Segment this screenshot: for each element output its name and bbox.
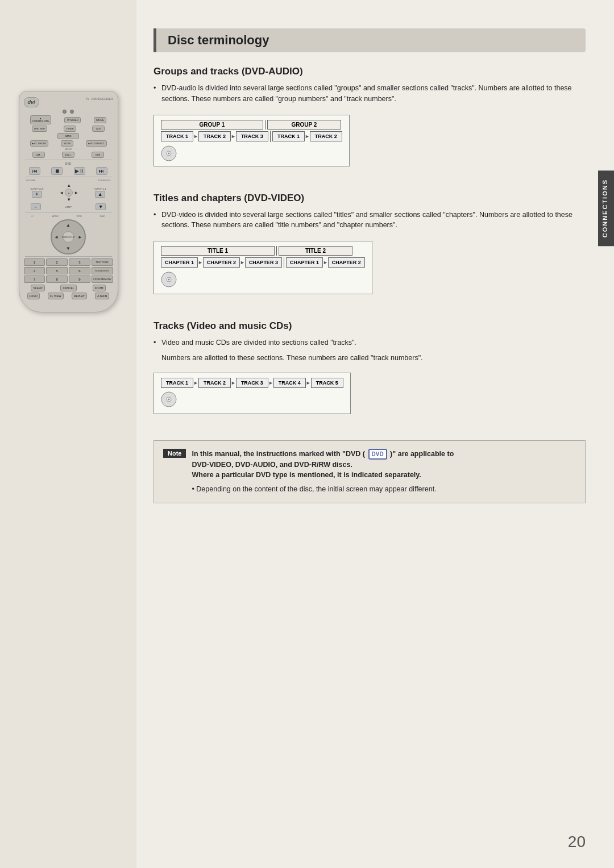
disc-skip-btn[interactable]: DISC SKIP (32, 126, 48, 132)
next-btn[interactable]: ⏭ (96, 167, 107, 175)
left-sidebar: dvi TV DVD RECEIVER ▲ OPEN/CLOSE TV/VIDE… (0, 0, 136, 868)
tv-video-btn[interactable]: TV/VIDEO (64, 117, 81, 123)
g1-track3: TRACK 3 (236, 131, 268, 141)
svg-point-5 (168, 279, 170, 281)
a-main-btn[interactable]: A.MAIN (95, 293, 109, 299)
prev-btn[interactable]: ⏮ (29, 167, 40, 175)
band-btn[interactable]: BAND (57, 133, 79, 139)
disc-icon-1 (161, 145, 177, 161)
menu-btn[interactable]: MENU (52, 215, 59, 218)
svg-point-2 (168, 152, 170, 154)
indicator-dot-1 (63, 110, 67, 114)
num-8-btn[interactable]: 8 (46, 276, 68, 283)
cd-track4: TRACK 4 (273, 378, 306, 388)
titles-chapters-bullet: DVD-video is divided into several large … (154, 210, 586, 231)
remote-logo: dvi (24, 97, 39, 107)
tracks-cd-diagram: TRACK 1 ► TRACK 2 ► TRACK 3 ► TRACK 4 ► … (154, 373, 351, 414)
dvd-section-label: DVD (24, 162, 113, 165)
titles-chapters-diagram: TITLE 1 TITLE 2 CHAPTER 1 ► CHAPTER 2 ► … (154, 241, 372, 294)
group2-header: GROUP 2 (267, 120, 341, 130)
num-5-btn[interactable]: 5 (46, 267, 68, 274)
nrs-btn[interactable]: NRS (92, 152, 104, 158)
groups-tracks-bullet: DVD-audio is divided into several large … (154, 83, 586, 105)
stop-btn[interactable]: ⏹ (51, 167, 63, 175)
15m-minus-btn[interactable]: 15M - (32, 152, 45, 158)
logo-btn[interactable]: LOGO (27, 293, 40, 299)
sleep-btn[interactable]: SLEEP (31, 285, 44, 291)
tuning-minus-btn[interactable]: ▼ (96, 203, 106, 210)
groups-tracks-heading: Groups and tracks (DVD-AUDIO) (154, 66, 586, 77)
vol-plus-btn[interactable]: + (32, 191, 42, 198)
main-content: Disc terminology Groups and tracks (DVD-… (136, 0, 614, 868)
nav-up[interactable]: ▲ (66, 223, 70, 228)
cd-track5: TRACK 5 (311, 378, 343, 388)
num-3-btn[interactable]: 3 (69, 258, 90, 266)
num-7-btn[interactable]: 7 (24, 276, 45, 283)
title2-header: TITLE 2 (279, 246, 352, 256)
titles-chapters-heading: Titles and chapters (DVD-VIDEO) (154, 193, 586, 204)
t1-ch3: CHAPTER 3 (245, 257, 282, 268)
mode-btn[interactable]: MODE (94, 117, 106, 123)
play-pause-btn[interactable]: ▶⏸ (74, 167, 85, 175)
store-memory-btn[interactable]: STORE MEMORY (92, 276, 113, 283)
g1-track2: TRACK 2 (198, 131, 231, 141)
num-9-btn[interactable]: 9 (69, 276, 90, 283)
titles-chapters-section: Titles and chapters (DVD-VIDEO) DVD-vide… (154, 193, 586, 305)
test-tone-btn[interactable]: TEST TONE (92, 258, 113, 266)
num-6-btn[interactable]: 6 (69, 267, 90, 274)
cancel-btn[interactable]: CANCEL (60, 285, 76, 291)
tracks-cd-heading: Tracks (Video and music CDs) (154, 320, 586, 332)
vol-minus-btn[interactable]: - (31, 203, 41, 210)
remote-control: dvi TV DVD RECEIVER ▲ OPEN/CLOSE TV/VIDE… (19, 91, 118, 312)
nav-left[interactable]: ◄ (54, 235, 59, 240)
open-close-btn[interactable]: ▲ OPEN/CLOSE (30, 115, 51, 124)
disc-icon-3 (161, 391, 177, 407)
up-arrow-btn[interactable]: ▲ (65, 189, 73, 197)
15m-plus-btn[interactable]: 15M + (62, 152, 74, 158)
num-1-btn[interactable]: 1 (24, 258, 45, 266)
num-2-btn[interactable]: 2 (46, 258, 68, 266)
connections-tab: CONNECTIONS (598, 170, 614, 246)
soundtest-btn[interactable]: SOUNDTEST (92, 267, 113, 274)
num-4-btn[interactable]: 4 (24, 267, 45, 274)
dvd-badge: DVD (368, 449, 387, 460)
tracks-cd-section: Tracks (Video and music CDs) Video and m… (154, 320, 586, 424)
svg-point-8 (168, 398, 170, 400)
remote-tv-dvd-label: TV DVD RECEIVER (85, 97, 113, 101)
nav-down[interactable]: ▼ (66, 246, 70, 251)
note-label: Note (163, 449, 186, 458)
page-number: 20 (568, 833, 586, 851)
slow-btn[interactable]: SLOW (61, 140, 73, 147)
aux-btn[interactable]: AUX (92, 126, 105, 132)
cd-track1: TRACK 1 (161, 378, 193, 388)
navi-btn[interactable]: NAVI (100, 215, 105, 218)
note-line1: In this manual, the instructions marked … (192, 449, 454, 460)
replay-btn[interactable]: REPLAY (72, 293, 87, 299)
cd-track3: TRACK 3 (236, 378, 268, 388)
note-line2: DVD-VIDEO, DVD-AUDIO, and DVD-R/RW discs… (192, 460, 454, 470)
pl2-mode-btn[interactable]: ■ PL 2 MODE (30, 140, 49, 147)
enter-btn[interactable]: ENTER/CUP (63, 231, 74, 243)
tuner-btn[interactable]: TUNER (64, 126, 76, 132)
page-title: Disc terminology (168, 33, 269, 47)
zoom-btn[interactable]: ZOOM (93, 285, 106, 291)
return-btn[interactable]: ↩ (31, 214, 34, 218)
info-btn[interactable]: INFO (76, 215, 82, 218)
note-section: Note In this manual, the instructions ma… (154, 440, 586, 503)
nav-right[interactable]: ► (78, 235, 82, 240)
tracks-cd-bullet2: Numbers are allotted to these sections. … (154, 353, 586, 364)
groups-tracks-diagram: GROUP 1 GROUP 2 TRACK 1 ► TRACK 2 ► TRAC… (154, 115, 350, 166)
note-line4: • Depending on the content of the disc, … (192, 484, 454, 495)
g2-track1: TRACK 1 (272, 131, 305, 141)
tracks-cd-bullet1: Video and music CDs are divided into sec… (154, 337, 586, 348)
g2-track2: TRACK 2 (310, 131, 342, 141)
pl2-effect-btn[interactable]: ■ PL 2 EFFECT (86, 140, 106, 147)
fl-view-btn[interactable]: FL VIEW (48, 293, 64, 299)
title1-header: TITLE 1 (161, 246, 275, 256)
tuning-plus-btn[interactable]: ▲ (95, 191, 105, 198)
volume-label: VOLUME (26, 179, 36, 182)
t1-ch1: CHAPTER 1 (161, 257, 198, 268)
groups-tracks-section: Groups and tracks (DVD-AUDIO) DVD-audio … (154, 66, 586, 177)
disc-icon-2 (161, 272, 177, 287)
note-line3: Where a particular DVD type is mentioned… (192, 470, 454, 481)
